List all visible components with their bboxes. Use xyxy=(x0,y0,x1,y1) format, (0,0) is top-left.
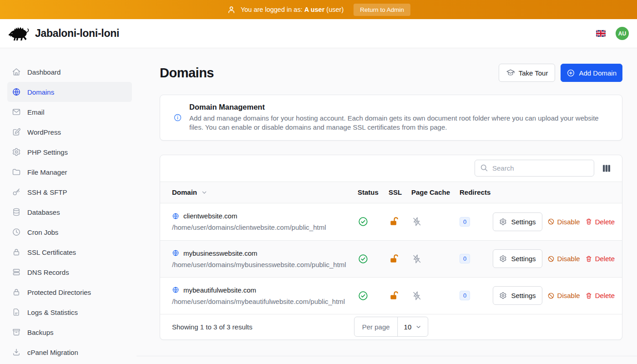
user-icon xyxy=(227,5,236,15)
table-row: mybusinesswebsite.com /home/user/domains… xyxy=(160,240,622,277)
results-summary: Showing 1 to 3 of 3 results xyxy=(172,323,253,331)
footer-divider xyxy=(136,356,637,356)
ssl-unlocked-icon[interactable] xyxy=(389,253,399,264)
sidebar-item-domains[interactable]: Domains xyxy=(7,82,132,102)
ssl-unlocked-icon[interactable] xyxy=(389,216,399,227)
sidebar-item-cpanel-migration[interactable]: cPanel Migration xyxy=(0,342,146,362)
column-header-ssl: SSL xyxy=(389,188,411,196)
banner-text: You are logged in as: xyxy=(241,6,303,13)
banner-message: You are logged in as: A user (user) xyxy=(227,5,344,15)
sidebar-item-dns-records[interactable]: DNS Records xyxy=(0,262,146,282)
table-row: mybeautifulwebsite.com /home/user/domain… xyxy=(160,277,622,314)
status-enabled-icon xyxy=(358,216,369,227)
chevron-down-icon xyxy=(415,324,422,330)
sidebar-item-label: Domains xyxy=(27,88,54,96)
domain-name[interactable]: mybusinesswebsite.com xyxy=(183,249,258,257)
globe-icon xyxy=(12,87,21,96)
column-settings-button[interactable] xyxy=(601,163,612,174)
gear-icon xyxy=(12,147,21,157)
sidebar-item-php-settings[interactable]: PHP Settings xyxy=(0,142,146,162)
info-card: Domain Management Add and manage domains… xyxy=(160,95,622,141)
per-page-select[interactable]: 10 xyxy=(398,317,428,336)
trash-icon xyxy=(585,292,592,299)
status-enabled-icon xyxy=(358,253,369,264)
sidebar-item-protected-directories[interactable]: Protected Directories xyxy=(0,282,146,302)
database-icon xyxy=(12,207,21,217)
ban-icon xyxy=(547,218,555,225)
domain-path: /home/user/domains/mybusinesswebsite.com… xyxy=(172,261,358,268)
sidebar-item-email[interactable]: Email xyxy=(0,102,146,122)
folder-icon xyxy=(12,167,21,177)
domains-table-card: Domain Status SSL Page Cache Redirects c… xyxy=(160,155,622,340)
settings-button[interactable]: Settings xyxy=(493,212,542,231)
banner-user-name: A user xyxy=(304,6,325,13)
sidebar-item-label: PHP Settings xyxy=(27,148,68,156)
columns-icon xyxy=(601,163,612,174)
settings-button[interactable]: Settings xyxy=(493,286,542,305)
pagination-row: Showing 1 to 3 of 3 results Per page 10 xyxy=(160,314,622,339)
redirects-count-badge[interactable]: 0 xyxy=(460,254,470,263)
sidebar-item-label: File Manager xyxy=(27,168,67,176)
sort-chevron-icon[interactable] xyxy=(201,189,208,196)
add-domain-button[interactable]: Add Domain xyxy=(561,64,622,82)
info-card-description: Add and manage domains for your hosting … xyxy=(189,114,608,132)
boar-logo-icon xyxy=(8,25,30,42)
home-icon xyxy=(12,67,21,76)
column-header-domain[interactable]: Domain xyxy=(172,188,197,196)
pencil-icon xyxy=(12,127,21,136)
sidebar-item-ssl-certificates[interactable]: SSL Certificates xyxy=(0,242,146,262)
globe-icon xyxy=(172,249,179,257)
download-icon xyxy=(12,348,21,357)
delete-button[interactable]: Delete xyxy=(585,218,615,226)
redirects-count-badge[interactable]: 0 xyxy=(460,217,470,227)
sidebar-item-label: Dashboard xyxy=(27,68,61,76)
archive-box-icon xyxy=(12,328,21,337)
search-input[interactable] xyxy=(475,160,594,177)
column-header-page-cache: Page Cache xyxy=(411,188,460,196)
column-header-redirects: Redirects xyxy=(460,188,491,196)
page-cache-off-icon[interactable] xyxy=(411,253,422,264)
server-icon xyxy=(12,268,21,277)
impersonation-banner: You are logged in as: A user (user) Retu… xyxy=(0,0,637,19)
domain-name[interactable]: mybeautifulwebsite.com xyxy=(183,286,256,294)
sidebar-item-cron-jobs[interactable]: Cron Jobs xyxy=(0,222,146,242)
brand[interactable]: Jabaloni-loni-loni xyxy=(8,25,119,42)
sidebar-item-backups[interactable]: Backups xyxy=(0,322,146,342)
disable-button[interactable]: Disable xyxy=(547,292,580,299)
sidebar-item-logs-statistics[interactable]: Logs & Statistics xyxy=(0,302,146,322)
globe-icon xyxy=(172,212,179,220)
status-enabled-icon xyxy=(358,290,369,301)
avatar[interactable]: AU xyxy=(616,27,629,40)
sidebar-item-ssh-sftp[interactable]: SSH & SFTP xyxy=(0,182,146,202)
ssl-unlocked-icon[interactable] xyxy=(389,290,399,301)
lock-icon xyxy=(12,288,21,297)
gear-icon xyxy=(499,255,507,263)
return-to-admin-button[interactable]: Return to Admin xyxy=(354,4,410,16)
sidebar-item-label: Cron Jobs xyxy=(27,228,58,236)
page-cache-off-icon[interactable] xyxy=(411,216,422,227)
table-row: clientwebsite.com /home/user/domains/cli… xyxy=(160,203,622,240)
settings-button[interactable]: Settings xyxy=(493,249,542,268)
redirects-count-badge[interactable]: 0 xyxy=(460,291,470,300)
delete-button[interactable]: Delete xyxy=(585,292,615,299)
disable-button[interactable]: Disable xyxy=(547,255,580,263)
sidebar-item-databases[interactable]: Databases xyxy=(0,202,146,222)
info-card-title: Domain Management xyxy=(189,103,608,111)
sidebar-item-file-manager[interactable]: File Manager xyxy=(0,162,146,182)
per-page-label: Per page xyxy=(354,317,398,336)
globe-icon xyxy=(172,286,179,293)
sidebar-item-wordpress[interactable]: WordPress xyxy=(0,122,146,142)
take-tour-button[interactable]: Take Tour xyxy=(499,64,556,82)
delete-button[interactable]: Delete xyxy=(585,255,615,263)
lock-icon xyxy=(12,248,21,257)
language-flag-gb-icon[interactable] xyxy=(596,30,606,37)
sidebar-item-dashboard[interactable]: Dashboard xyxy=(0,62,146,82)
sidebar-item-label: SSH & SFTP xyxy=(27,188,67,196)
domain-name[interactable]: clientwebsite.com xyxy=(183,212,237,220)
sidebar-item-label: Logs & Statistics xyxy=(27,308,78,316)
gear-icon xyxy=(499,218,507,226)
sidebar-item-label: WordPress xyxy=(27,128,61,136)
sidebar-item-label: Protected Directories xyxy=(27,288,91,296)
disable-button[interactable]: Disable xyxy=(547,218,580,226)
page-cache-off-icon[interactable] xyxy=(411,290,422,301)
